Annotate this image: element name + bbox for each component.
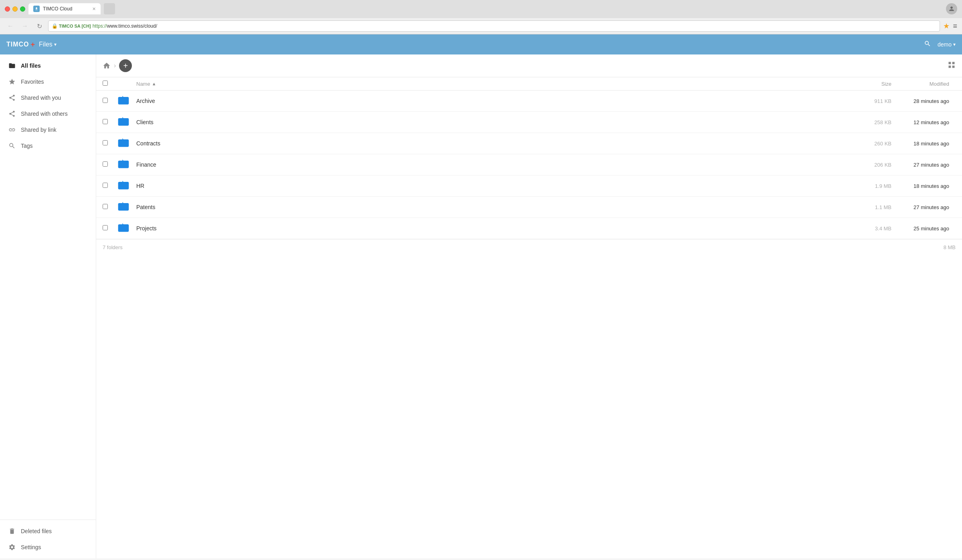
refresh-button[interactable]: ↻ <box>34 20 45 32</box>
share-action-icon-4[interactable] <box>811 182 818 190</box>
toolbar-right: ★ ≡ <box>943 22 957 30</box>
share-action-icon-1[interactable] <box>811 118 818 126</box>
file-list-footer: 7 folders 8 MB <box>96 239 962 255</box>
tab-close-button[interactable]: ✕ <box>92 6 96 12</box>
row-select-checkbox-3[interactable] <box>103 161 108 167</box>
share-action-icon-0[interactable] <box>811 97 818 105</box>
header-search-icon[interactable] <box>924 40 931 49</box>
browser-menu-icon[interactable]: ≡ <box>953 22 957 30</box>
files-dropdown-arrow: ▾ <box>54 42 57 47</box>
name-column-header[interactable]: Name ▲ <box>136 81 811 87</box>
size-column-label: Size <box>881 81 891 87</box>
more-action-icon-1[interactable]: ··· <box>821 118 828 127</box>
table-row[interactable]: Patents ··· 1.1 MB 27 minutes ago <box>96 197 962 218</box>
traffic-lights[interactable] <box>5 6 25 12</box>
sidebar-label-deleted-files: Deleted files <box>21 528 52 534</box>
table-row[interactable]: Projects ··· 3.4 MB 25 minutes ago <box>96 218 962 239</box>
more-action-icon-2[interactable]: ··· <box>821 139 828 148</box>
sidebar-item-shared-by-link[interactable]: Shared by link <box>0 122 96 138</box>
maximize-window-button[interactable] <box>20 6 25 12</box>
row-modified-5: 27 minutes ago <box>891 204 956 210</box>
row-folder-icon-4 <box>117 179 133 192</box>
browser-tab[interactable]: TIMCO Cloud ✕ <box>28 3 101 14</box>
add-button[interactable]: + <box>119 59 132 72</box>
user-menu[interactable]: demo ▾ <box>938 41 956 48</box>
row-folder-icon-3 <box>117 158 133 171</box>
sidebar-label-settings: Settings <box>21 544 41 550</box>
row-checkbox-0 <box>103 97 117 105</box>
new-tab-button[interactable] <box>104 3 115 14</box>
browser-titlebar: TIMCO Cloud ✕ <box>0 0 962 18</box>
grid-view-button[interactable] <box>948 61 956 71</box>
profile-button[interactable] <box>946 3 957 14</box>
ssl-org-label: TIMCO SA [CH] <box>59 24 91 28</box>
row-filename-0: Archive <box>136 98 811 104</box>
sidebar-item-shared-with-you[interactable]: Shared with you <box>0 90 96 106</box>
ssl-badge: 🔒 TIMCO SA [CH] <box>52 23 91 29</box>
table-row[interactable]: Clients ··· 258 KB 12 minutes ago <box>96 112 962 133</box>
more-action-icon-6[interactable]: ··· <box>821 224 828 233</box>
link-icon <box>8 126 16 134</box>
modified-column-header[interactable]: Modified <box>891 81 956 87</box>
sidebar-item-settings[interactable]: Settings <box>0 539 96 555</box>
sidebar-label-favorites: Favorites <box>21 79 44 85</box>
sidebar-item-favorites[interactable]: Favorites <box>0 74 96 90</box>
main-content: › + Name ▲ Siz <box>96 54 962 558</box>
sort-arrow-icon: ▲ <box>152 81 156 86</box>
app-header: TIMCO + Files ▾ demo ▾ <box>0 34 962 54</box>
app-logo[interactable]: TIMCO + <box>6 40 35 49</box>
sidebar-bottom: Deleted files Settings <box>0 520 96 555</box>
share-action-icon-2[interactable] <box>811 139 818 147</box>
select-all-checkbox[interactable] <box>103 81 108 86</box>
gear-icon <box>8 543 16 551</box>
row-checkbox-4 <box>103 182 117 189</box>
row-filename-3: Finance <box>136 161 811 168</box>
sidebar-spacer <box>0 154 96 520</box>
table-row[interactable]: Finance ··· 206 KB 27 minutes ago <box>96 154 962 175</box>
address-bar[interactable]: 🔒 TIMCO SA [CH] https://www.timco.swiss/… <box>48 20 940 32</box>
table-row[interactable]: Archive ··· 911 KB 28 minutes ago <box>96 91 962 112</box>
row-modified-4: 18 minutes ago <box>891 183 956 189</box>
sidebar-item-deleted-files[interactable]: Deleted files <box>0 523 96 539</box>
sidebar-label-shared-with-you: Shared with you <box>21 95 61 101</box>
more-action-icon-5[interactable]: ··· <box>821 203 828 212</box>
folder-icon <box>8 62 16 70</box>
close-window-button[interactable] <box>5 6 10 12</box>
row-filename-4: HR <box>136 183 811 189</box>
user-label: demo <box>938 41 952 48</box>
row-select-checkbox-1[interactable] <box>103 119 108 124</box>
table-row[interactable]: Contracts ··· 260 KB 18 minutes ago <box>96 133 962 154</box>
row-select-checkbox-0[interactable] <box>103 98 108 103</box>
row-folder-icon-2 <box>117 137 133 150</box>
share-action-icon-6[interactable] <box>811 224 818 232</box>
home-button[interactable] <box>103 62 111 70</box>
share-icon <box>8 94 16 102</box>
address-url: https://www.timco.swiss/cloud/ <box>93 23 157 29</box>
more-action-icon-4[interactable]: ··· <box>821 182 828 190</box>
row-size-0: 911 KB <box>851 98 891 104</box>
row-select-checkbox-2[interactable] <box>103 140 108 145</box>
table-row[interactable]: HR ··· 1.9 MB 18 minutes ago <box>96 175 962 197</box>
sidebar-item-shared-with-others[interactable]: Shared with others <box>0 106 96 122</box>
row-modified-1: 12 minutes ago <box>891 119 956 125</box>
row-filename-1: Clients <box>136 119 811 125</box>
minimize-window-button[interactable] <box>12 6 18 12</box>
row-select-checkbox-4[interactable] <box>103 183 108 188</box>
row-select-checkbox-5[interactable] <box>103 204 108 209</box>
size-column-header[interactable]: Size <box>851 81 891 87</box>
sidebar-item-tags[interactable]: Tags <box>0 138 96 154</box>
sidebar-item-all-files[interactable]: All files <box>0 58 96 74</box>
sidebar-label-tags: Tags <box>21 143 33 149</box>
back-button[interactable]: ← <box>5 20 16 32</box>
row-checkbox-6 <box>103 225 117 232</box>
share-action-icon-5[interactable] <box>811 203 818 211</box>
share-alt-icon <box>8 110 16 118</box>
files-nav-label[interactable]: Files ▾ <box>39 41 57 48</box>
forward-button[interactable]: → <box>19 20 30 32</box>
row-select-checkbox-6[interactable] <box>103 225 108 230</box>
row-folder-icon-1 <box>117 116 133 129</box>
share-action-icon-3[interactable] <box>811 161 818 169</box>
more-action-icon-0[interactable]: ··· <box>821 97 828 105</box>
bookmark-icon[interactable]: ★ <box>943 22 950 30</box>
more-action-icon-3[interactable]: ··· <box>821 161 828 169</box>
